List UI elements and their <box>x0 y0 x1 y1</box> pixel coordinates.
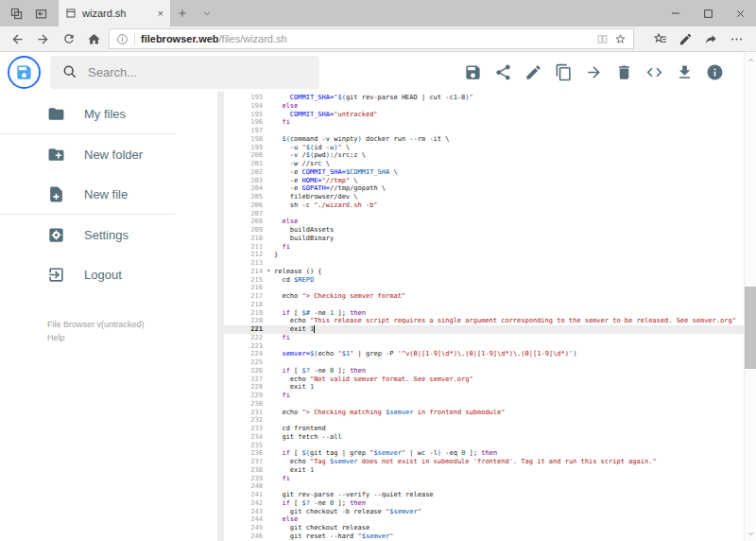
code-line[interactable]: 222 fi <box>224 334 744 342</box>
code-line[interactable]: 213 <box>224 259 744 268</box>
share-button[interactable] <box>494 63 512 81</box>
code-line[interactable]: 244 else <box>224 515 744 524</box>
sidebar-item-settings[interactable]: Settings <box>0 215 217 254</box>
filebrowser-logo[interactable] <box>8 56 41 89</box>
hub-favorites-icon[interactable] <box>647 27 673 51</box>
site-info-icon[interactable] <box>116 33 129 45</box>
tab-close-icon[interactable]: × <box>158 9 163 19</box>
code-line[interactable]: 234 git fetch --all <box>224 433 744 442</box>
code-line[interactable]: 203 -e HOME="//tmp" \ <box>224 177 744 185</box>
code-line[interactable]: 211 fi <box>224 243 744 252</box>
code-line[interactable]: 227 echo "Not valid semver format. See s… <box>224 375 744 384</box>
code-line[interactable]: 210 buildBinary <box>224 235 744 243</box>
code-line[interactable]: 237 echo "Tag $semver does not exist in … <box>224 458 744 466</box>
code-line[interactable]: 224 semver=$(echo "$1" | grep -P '^v(0|[… <box>224 350 744 358</box>
line-number: 211 <box>224 243 263 252</box>
code-line[interactable]: 225 <box>224 358 744 367</box>
save-button[interactable] <box>464 63 482 81</box>
code-line[interactable]: 199 -u "$(id -u)" \ <box>224 144 744 152</box>
forward-icon[interactable] <box>30 27 56 51</box>
code-line[interactable]: 198 $(command -v winpty) docker run --rm… <box>224 135 744 144</box>
code-line[interactable]: 246 git reset --hard "$semver" <box>224 532 744 541</box>
search-input[interactable] <box>88 65 307 79</box>
code-line[interactable]: 193 COMMIT_SHA="$(git rev-parse HEAD | c… <box>224 94 744 102</box>
code-line[interactable]: 226 if [ $? -ne 0 ]; then <box>224 367 744 375</box>
code-line[interactable]: 215 cd $REPO <box>224 276 744 285</box>
code-line[interactable]: 238 exit 1 <box>224 466 744 475</box>
code-line[interactable]: 245 git checkout release <box>224 524 744 532</box>
share-page-icon[interactable] <box>698 27 724 51</box>
code-line[interactable]: 200 -v /$(pwd):/src:z \ <box>224 151 744 160</box>
address-bar[interactable]: filebrowser.web/files/wizard.sh <box>109 28 634 49</box>
code-line[interactable]: 232 <box>224 416 744 425</box>
code-line[interactable]: 223 <box>224 342 744 351</box>
code-line[interactable]: 229 fi <box>224 392 744 400</box>
refresh-icon[interactable] <box>56 27 81 51</box>
code-line[interactable]: 205 filebrowser/dev \ <box>224 193 744 201</box>
code-line[interactable]: 236 if [ $(git tag | grep "$semver" | wc… <box>224 449 744 458</box>
code-area[interactable]: 193 COMMIT_SHA="$(git rev-parse HEAD | c… <box>224 92 744 541</box>
web-note-pen-icon[interactable] <box>673 27 698 51</box>
code-line[interactable]: 196 fi <box>224 118 744 127</box>
code-line[interactable]: 219 if [ $# -ne 1 ]; then <box>224 309 744 318</box>
code-line[interactable]: 216 <box>224 284 744 292</box>
code-line[interactable]: 208 else <box>224 218 744 226</box>
tab-wizard-sh[interactable]: wizard.sh × <box>59 0 170 26</box>
code-line[interactable]: 214▾release () { <box>224 268 744 276</box>
code-line[interactable]: 197 <box>224 127 744 135</box>
delete-button[interactable] <box>615 63 633 81</box>
code-line[interactable]: 209 buildAssets <box>224 226 744 235</box>
code-line[interactable]: 220 echo "This release script requires a… <box>224 317 744 325</box>
sidebar-item-my-files[interactable]: My files <box>0 94 217 133</box>
code-line[interactable]: 217 echo "> Checking semver format" <box>224 292 744 301</box>
minimize-button[interactable] <box>660 0 692 26</box>
code-line[interactable]: 221 exit 1 <box>224 325 744 334</box>
code-line[interactable]: 206 sh -c "./wizard.sh -b" <box>224 201 744 210</box>
code-line[interactable]: 235 <box>224 442 744 450</box>
fold-marker-icon[interactable]: ▾ <box>266 267 270 275</box>
code-line[interactable]: 218 <box>224 301 744 309</box>
sidebar-item-new-folder[interactable]: New folder <box>0 134 217 174</box>
set-tabs-aside-icon[interactable] <box>28 0 53 26</box>
code-line[interactable]: 195 COMMIT_SHA="untracked" <box>224 111 744 119</box>
close-button[interactable] <box>724 0 756 26</box>
scrollbar-thumb[interactable] <box>745 287 756 369</box>
code-line[interactable]: 228 exit 1 <box>224 383 744 392</box>
code-line[interactable]: 230 <box>224 400 744 409</box>
code-line[interactable]: 242 if [ $? -ne 0 ]; then <box>224 499 744 508</box>
download-button[interactable] <box>676 63 694 81</box>
code-line[interactable]: 231 echo "> Checking matching $semver in… <box>224 409 744 417</box>
code-line[interactable]: 239 fi <box>224 475 744 483</box>
maximize-button[interactable] <box>692 0 724 26</box>
new-tab-button[interactable] <box>170 0 195 26</box>
scroll-down-icon[interactable] <box>745 528 756 539</box>
code-view-button[interactable] <box>645 63 663 81</box>
back-icon[interactable] <box>5 27 30 51</box>
page-scrollbar[interactable] <box>744 52 756 541</box>
edit-button[interactable] <box>524 63 542 81</box>
tabs-set-aside-icon[interactable] <box>4 0 28 26</box>
move-button[interactable] <box>585 63 603 81</box>
code-line[interactable]: 202 -e COMMIT_SHA=$COMMIT_SHA \ <box>224 168 744 177</box>
more-options-icon[interactable] <box>724 27 749 51</box>
code-line[interactable]: 212} <box>224 251 744 259</box>
home-icon[interactable] <box>81 27 107 51</box>
code-line[interactable]: 207 <box>224 210 744 218</box>
favorite-star-icon[interactable] <box>614 33 627 45</box>
code-line[interactable]: 233 cd frontend <box>224 425 744 433</box>
sidebar-item-new-file[interactable]: New file <box>0 174 217 214</box>
code-line[interactable]: 201 -w //src \ <box>224 160 744 168</box>
code-line[interactable]: 240 <box>224 482 744 491</box>
tab-preview-chevron-icon[interactable] <box>195 0 219 26</box>
reading-view-icon[interactable] <box>596 33 609 45</box>
code-line[interactable]: 243 git checkout -b release "$semver" <box>224 508 744 516</box>
help-link[interactable]: Help <box>47 332 217 345</box>
copy-button[interactable] <box>555 63 573 81</box>
code-line[interactable]: 241 git rev-parse --verify --quiet relea… <box>224 491 744 499</box>
code-line[interactable]: 194 else <box>224 102 744 111</box>
scroll-up-icon[interactable] <box>745 54 756 65</box>
info-button[interactable] <box>706 63 724 81</box>
code-line[interactable]: 204 -e GOPATH=//tmp/gopath \ <box>224 184 744 193</box>
sidebar-item-logout[interactable]: Logout <box>0 254 217 294</box>
search-box[interactable] <box>50 56 319 89</box>
